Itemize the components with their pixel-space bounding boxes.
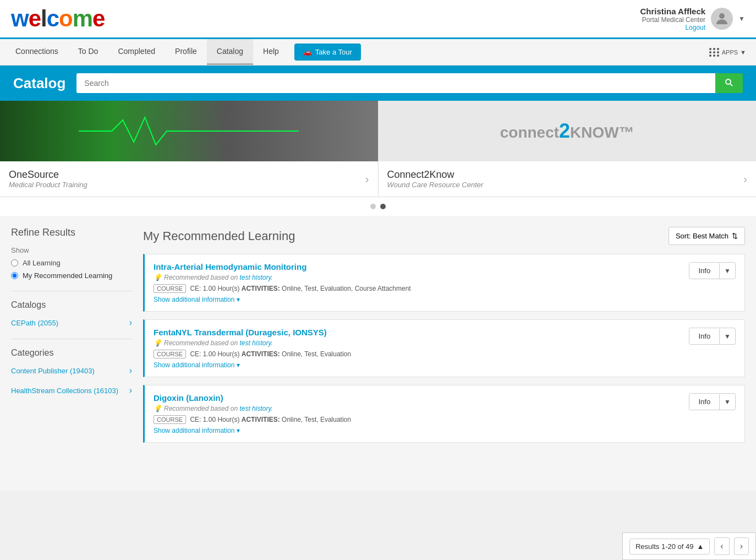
connect2know-logo: connect2KNOW™ [500, 119, 634, 143]
radio-recommended-input[interactable] [11, 272, 18, 279]
user-icon [714, 10, 730, 27]
radio-all-learning[interactable]: All Learning [11, 259, 132, 267]
item-3-info-group: Info ▼ [689, 393, 736, 410]
item-3-show-more[interactable]: Show additional information ▾ [154, 427, 736, 434]
item-3-info-dropdown[interactable]: ▼ [719, 394, 735, 410]
featured-card-connect2know[interactable]: connect2KNOW™ Connect2Know Wound Care Re… [379, 101, 757, 197]
item-2-info-button[interactable]: Info [689, 328, 719, 344]
refine-results-title: Refine Results [11, 227, 132, 238]
connect2know-body: Connect2Know Wound Care Resource Center … [379, 161, 757, 197]
carousel-dot-2[interactable] [380, 204, 386, 209]
featured-card-onesource[interactable]: OneSource Medical Product Training › [0, 101, 379, 197]
cepath-link[interactable]: CEPath (2055) › [11, 316, 132, 330]
item-1-recommended: 💡 Recommended based on test history. [154, 274, 411, 281]
item-1-show-more[interactable]: Show additional information ▾ [154, 296, 736, 303]
radio-all-learning-label: All Learning [23, 259, 61, 267]
lightbulb-icon-3: 💡 [154, 405, 162, 412]
sort-button[interactable]: Sort: Best Match ⇅ [669, 227, 745, 245]
item-1-title[interactable]: Intra-Arterial Hemodynamic Monitoring [154, 262, 411, 271]
sidebar: Refine Results Show All Learning My Reco… [11, 227, 132, 480]
sort-icon: ⇅ [732, 232, 738, 240]
healthstream-link[interactable]: HealthStream Collections (16103) › [11, 383, 132, 398]
user-dropdown-arrow[interactable]: ▼ [738, 15, 745, 23]
carousel-dots [0, 197, 756, 216]
heartbeat-svg [0, 115, 378, 148]
header: welcome Christina Affleck Portal Medical… [0, 0, 756, 39]
apps-menu[interactable]: APPS ▼ [705, 44, 750, 61]
cepath-label: CEPath (2055) [11, 319, 58, 327]
take-tour-button[interactable]: 🚗 Take a Tour [294, 44, 361, 61]
onesource-chevron: › [365, 173, 369, 186]
user-area: Christina Affleck Portal Medical Center … [640, 7, 745, 31]
divider-2 [11, 339, 132, 339]
item-2-top: FentaNYL Transdermal (Duragesic, IONSYS)… [154, 328, 736, 361]
user-name: Christina Affleck [640, 7, 705, 16]
item-1-info-button[interactable]: Info [689, 263, 719, 279]
carousel-dot-1[interactable] [370, 204, 376, 209]
results-header: My Recommended Learning Sort: Best Match… [143, 227, 745, 245]
item-2-show-more[interactable]: Show additional information ▾ [154, 361, 736, 369]
catalog-banner: Catalog [0, 66, 756, 101]
svg-point-0 [719, 13, 725, 19]
nav-help[interactable]: Help [253, 39, 289, 65]
item-2-rec-link[interactable]: test history. [239, 339, 272, 347]
avatar[interactable] [711, 8, 733, 30]
learning-item-3: Digoxin (Lanoxin) 💡 Recommended based on… [143, 385, 745, 443]
item-1-rec-link[interactable]: test history. [239, 274, 272, 281]
radio-all-learning-input[interactable] [11, 259, 18, 267]
nav-todo[interactable]: To Do [68, 39, 108, 65]
item-3-show-more-arrow: ▾ [237, 427, 240, 434]
content-publisher-link[interactable]: Content Publisher (19403) › [11, 363, 132, 378]
healthstream-label: HealthStream Collections (16103) [11, 387, 118, 395]
show-label: Show [11, 246, 132, 254]
results-section-title: My Recommended Learning [143, 229, 295, 243]
logout-link[interactable]: Logout [640, 24, 705, 31]
categories-title: Categories [11, 348, 132, 358]
connect2know-name: Connect2Know [387, 169, 484, 181]
item-2-info-dropdown[interactable]: ▼ [719, 329, 735, 344]
item-3-course-badge: COURSE [154, 415, 186, 424]
item-2-tags: COURSE CE: 1.00 Hour(s) ACTIVITIES: Onli… [154, 350, 351, 358]
nav-completed[interactable]: Completed [108, 39, 165, 65]
logo-area: welcome [11, 6, 105, 32]
item-2-course-badge: COURSE [154, 350, 186, 358]
item-1-top: Intra-Arterial Hemodynamic Monitoring 💡 … [154, 262, 736, 296]
search-input[interactable] [76, 73, 715, 93]
learning-item-2: FentaNYL Transdermal (Duragesic, IONSYS)… [143, 319, 745, 377]
svg-line-2 [730, 83, 732, 85]
search-button[interactable] [715, 73, 743, 93]
item-1-info-dropdown[interactable]: ▼ [719, 263, 735, 279]
healthstream-chevron: › [129, 385, 132, 395]
lightbulb-icon-2: 💡 [154, 339, 162, 347]
item-1-course-badge: COURSE [154, 284, 186, 293]
item-1-info-group: Info ▼ [689, 262, 736, 279]
content-publisher-label: Content Publisher (19403) [11, 367, 95, 375]
onesource-image [0, 101, 378, 161]
item-3-recommended: 💡 Recommended based on test history. [154, 405, 351, 412]
apps-label: APPS [722, 49, 738, 56]
nav-bar: Connections To Do Completed Profile Cata… [0, 39, 756, 66]
nav-profile[interactable]: Profile [165, 39, 207, 65]
item-3-info-button[interactable]: Info [689, 394, 719, 410]
nav-catalog[interactable]: Catalog [207, 39, 253, 65]
connect2know-chevron: › [743, 173, 747, 186]
item-2-title[interactable]: FentaNYL Transdermal (Duragesic, IONSYS) [154, 328, 351, 337]
lightbulb-icon: 💡 [154, 274, 162, 281]
apps-grid-icon [709, 48, 720, 57]
nav-connections[interactable]: Connections [6, 39, 68, 65]
svg-point-1 [726, 79, 731, 84]
logo[interactable]: welcome [11, 6, 105, 32]
divider-1 [11, 291, 132, 291]
item-3-rec-link[interactable]: test history. [239, 405, 272, 412]
user-org: Portal Medical Center [640, 16, 705, 24]
main-content: Refine Results Show All Learning My Reco… [0, 216, 756, 491]
catalog-title: Catalog [13, 75, 65, 92]
item-3-title[interactable]: Digoxin (Lanoxin) [154, 393, 351, 403]
onesource-sub: Medical Product Training [9, 181, 87, 189]
radio-recommended[interactable]: My Recommended Learning [11, 271, 132, 280]
item-2-recommended: 💡 Recommended based on test history. [154, 339, 351, 347]
item-2-show-more-arrow: ▾ [237, 361, 240, 369]
results-panel: My Recommended Learning Sort: Best Match… [143, 227, 745, 480]
catalogs-title: Catalogs [11, 300, 132, 310]
onesource-body: OneSource Medical Product Training › [0, 161, 378, 197]
